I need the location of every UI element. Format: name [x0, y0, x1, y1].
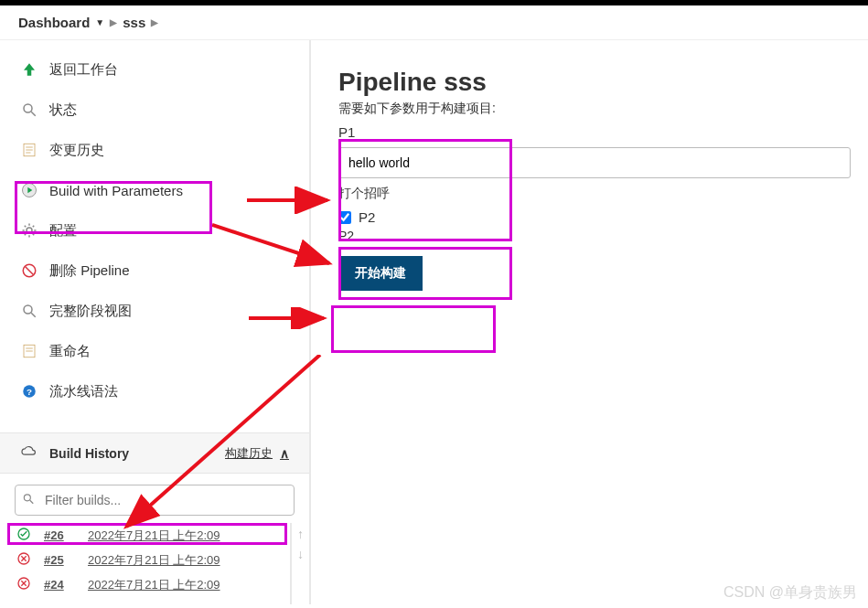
- param-p1-desc: 打个招呼: [338, 186, 859, 202]
- sidebar-item-rename[interactable]: 重命名: [0, 331, 309, 371]
- start-build-button[interactable]: 开始构建: [338, 256, 423, 291]
- arrow-up-icon[interactable]: ↑: [297, 527, 304, 541]
- notes-icon: [20, 141, 38, 159]
- build-time[interactable]: 2022年7月21日 上午2:09: [88, 577, 220, 593]
- param-p1-input[interactable]: [338, 147, 851, 178]
- sidebar-item-label: 配置: [49, 222, 77, 240]
- status-fail-icon: [16, 551, 31, 569]
- sidebar-item-syntax[interactable]: ? 流水线语法: [0, 371, 309, 411]
- build-history-header[interactable]: Build History 构建历史 ∧: [0, 432, 309, 474]
- build-time[interactable]: 2022年7月21日 上午2:09: [88, 552, 220, 569]
- search-icon: [22, 493, 35, 508]
- build-number[interactable]: #24: [44, 578, 75, 592]
- arrow-down-icon[interactable]: ↓: [297, 547, 304, 561]
- delete-icon: [20, 261, 38, 280]
- chevron-right-icon: ▶: [151, 17, 158, 27]
- svg-line-1: [31, 112, 36, 116]
- param-p2-label: P2: [359, 209, 375, 225]
- sidebar-item-label: Build with Parameters: [49, 183, 183, 198]
- sidebar: 返回工作台 状态 变更历史 Build with Parameters 配置 删…: [0, 40, 311, 604]
- chevron-right-icon: ▶: [110, 17, 117, 27]
- sidebar-item-label: 重命名: [49, 343, 91, 360]
- chevron-down-icon[interactable]: ▼: [95, 17, 104, 27]
- status-fail-icon: [16, 576, 31, 593]
- build-history-title: Build History: [49, 446, 129, 461]
- svg-point-7: [27, 228, 32, 233]
- play-gear-icon: [20, 181, 38, 199]
- sidebar-item-build-params[interactable]: Build with Parameters: [0, 170, 309, 210]
- build-row[interactable]: #24 2022年7月21日 上午2:09: [15, 572, 275, 597]
- help-icon: ?: [20, 382, 38, 400]
- sidebar-item-configure[interactable]: 配置: [0, 210, 309, 251]
- main-content: Pipeline sss 需要如下参数用于构建项目: P1 打个招呼 P2 P2…: [311, 40, 868, 604]
- svg-line-11: [31, 313, 36, 317]
- notes-icon: [20, 342, 38, 360]
- build-number[interactable]: #25: [44, 553, 75, 567]
- status-success-icon: [16, 527, 31, 544]
- build-row[interactable]: #25 2022年7月21日 上午2:09: [15, 548, 275, 572]
- watermark: CSDN @单身贵族男: [723, 583, 857, 603]
- breadcrumb-project[interactable]: sss: [123, 15, 145, 30]
- sidebar-item-label: 状态: [49, 101, 77, 119]
- svg-line-18: [30, 500, 34, 504]
- svg-text:?: ?: [27, 387, 32, 397]
- build-row[interactable]: #26 2022年7月21日 上午2:09: [15, 523, 275, 548]
- param-p2-checkbox[interactable]: [338, 211, 351, 224]
- page-title: Pipeline sss: [338, 68, 859, 97]
- build-history-subtitle[interactable]: 构建历史: [225, 445, 273, 462]
- sidebar-item-stage-view[interactable]: 完整阶段视图: [0, 291, 309, 331]
- svg-point-0: [24, 104, 32, 112]
- filter-builds-input[interactable]: [15, 485, 295, 516]
- breadcrumb-dashboard[interactable]: Dashboard: [18, 15, 90, 30]
- sidebar-item-label: 流水线语法: [49, 383, 118, 400]
- svg-line-9: [26, 267, 34, 275]
- search-icon: [20, 302, 38, 320]
- svg-point-10: [24, 305, 32, 314]
- page-subtitle: 需要如下参数用于构建项目:: [338, 101, 859, 117]
- chevron-up-icon[interactable]: ∧: [280, 446, 289, 461]
- sidebar-item-label: 返回工作台: [49, 61, 118, 79]
- sidebar-item-delete[interactable]: 删除 Pipeline: [0, 251, 309, 291]
- sidebar-item-label: 删除 Pipeline: [49, 262, 130, 280]
- build-number[interactable]: #26: [44, 528, 75, 542]
- search-icon: [20, 101, 38, 119]
- sidebar-item-back[interactable]: 返回工作台: [0, 49, 309, 90]
- arrow-up-icon: [20, 60, 38, 79]
- param-p2-desc: P2: [338, 229, 859, 243]
- sidebar-item-label: 变更历史: [49, 142, 104, 159]
- param-p1-label: P1: [338, 124, 859, 140]
- svg-point-17: [24, 495, 30, 501]
- sidebar-item-label: 完整阶段视图: [49, 303, 132, 320]
- gear-icon: [20, 221, 38, 240]
- breadcrumb: Dashboard ▼ ▶ sss ▶: [0, 5, 868, 40]
- build-time[interactable]: 2022年7月21日 上午2:09: [88, 528, 220, 544]
- sidebar-item-status[interactable]: 状态: [0, 90, 309, 130]
- cloud-icon: [20, 444, 38, 462]
- sidebar-item-changes[interactable]: 变更历史: [0, 130, 309, 170]
- trend-controls: ↑ ↓: [290, 523, 309, 604]
